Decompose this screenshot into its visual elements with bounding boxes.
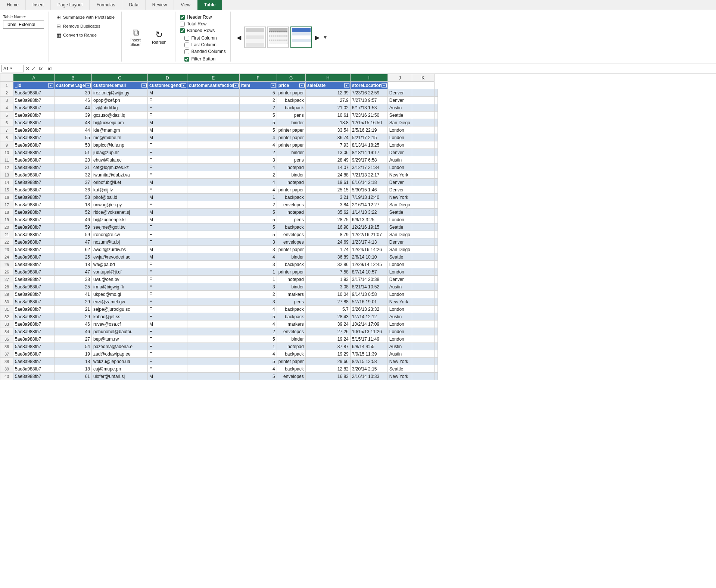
data-cell[interactable]: printer paper	[277, 268, 305, 276]
row-header-39[interactable]: 39	[0, 365, 13, 373]
filter-button-checkbox[interactable]: Filter Button	[184, 56, 216, 62]
ribbon-tab-insert[interactable]: Insert	[26, 0, 51, 10]
data-cell[interactable]: 5ae8a988fb7	[13, 179, 55, 186]
data-cell[interactable]: 8/2/15 12:58	[350, 358, 387, 365]
data-cell[interactable]: iwumita@dabzi.va	[92, 171, 148, 179]
data-cell[interactable]: 10.04	[305, 291, 350, 298]
data-cell[interactable]: Austin	[387, 104, 412, 112]
data-cell[interactable]: London	[387, 291, 412, 298]
data-cell[interactable]: Denver	[387, 89, 412, 97]
data-cell[interactable]	[187, 358, 239, 365]
ribbon-tab-view[interactable]: View	[174, 0, 197, 10]
data-cell[interactable]: 2	[239, 149, 277, 156]
data-cell[interactable]: 2	[239, 201, 277, 209]
data-cell[interactable]: 12/29/14 12:45	[350, 261, 387, 268]
data-cell[interactable]	[187, 238, 239, 246]
row-header-18[interactable]: 18	[0, 209, 13, 216]
data-cell[interactable]: binder	[277, 283, 305, 291]
data-cell[interactable]: 5ae8a988fb7	[13, 209, 55, 216]
data-cell[interactable]: nozum@tu.bj	[92, 238, 148, 246]
data-cell[interactable]: 3/17/14 20:38	[350, 276, 387, 283]
data-cell[interactable]: 5ae8a988fb7	[13, 320, 55, 328]
data-cell[interactable]	[187, 216, 239, 223]
data-cell[interactable]: 6/17/13 1:53	[350, 104, 387, 112]
data-cell[interactable]: 7/19/13 12:40	[350, 194, 387, 201]
data-cell[interactable]: F	[148, 149, 187, 156]
data-cell[interactable]: New York	[387, 373, 412, 380]
data-cell[interactable]: 5ae8a988fb7	[13, 343, 55, 350]
total-row-check[interactable]	[180, 22, 185, 26]
data-cell[interactable]: backpack	[277, 261, 305, 268]
data-cell[interactable]: F	[148, 141, 187, 149]
data-cell[interactable]: M	[148, 119, 187, 126]
data-cell[interactable]: 3	[239, 156, 277, 164]
data-cell[interactable]: London	[387, 328, 412, 335]
col-header-H[interactable]: H	[305, 74, 350, 82]
data-cell[interactable]: 36	[55, 186, 92, 194]
data-cell[interactable]: F	[148, 313, 187, 320]
data-cell[interactable]: ehuwi@ula.ec	[92, 156, 148, 164]
col-header-B[interactable]: B	[55, 74, 92, 82]
data-cell[interactable]	[187, 276, 239, 283]
data-cell[interactable]: Austin	[387, 350, 412, 358]
data-cell[interactable]: 37.87	[305, 343, 350, 350]
data-cell[interactable]: 12/2/16 19:15	[350, 223, 387, 231]
data-cell[interactable]: binder	[277, 149, 305, 156]
row-header-8[interactable]: 8	[0, 134, 13, 141]
data-cell[interactable]: M	[148, 209, 187, 216]
data-cell[interactable]: binder	[277, 119, 305, 126]
data-cell[interactable]: New York	[387, 171, 412, 179]
data-cell[interactable]: printer paper	[277, 141, 305, 149]
data-cell[interactable]: 3/26/13 23:32	[350, 306, 387, 313]
data-cell[interactable]: awdit@zurdiv.bs	[92, 246, 148, 253]
data-cell[interactable]	[187, 343, 239, 350]
data-cell[interactable]: 2	[239, 97, 277, 104]
dropdown-arrow-7[interactable]: ▼	[344, 83, 349, 87]
data-cell[interactable]: 8/21/14 10:52	[350, 283, 387, 291]
data-cell[interactable]: 16.83	[305, 373, 350, 380]
data-cell[interactable]	[187, 268, 239, 276]
data-cell[interactable]: 47	[55, 238, 92, 246]
row-header-19[interactable]: 19	[0, 216, 13, 223]
data-cell[interactable]: 5ae8a988fb7	[13, 298, 55, 306]
data-cell[interactable]: 1	[239, 194, 277, 201]
row-header-33[interactable]: 33	[0, 320, 13, 328]
row-header-31[interactable]: 31	[0, 306, 13, 313]
header-cell-price[interactable]: price▼	[277, 82, 305, 89]
data-cell[interactable]: 5ae8a988fb7	[13, 328, 55, 335]
data-cell[interactable]: 5ae8a988fb7	[13, 156, 55, 164]
data-cell[interactable]: 3.08	[305, 283, 350, 291]
col-header-E[interactable]: E	[187, 74, 239, 82]
data-cell[interactable]	[187, 261, 239, 268]
table-style-swatch-2[interactable]	[267, 26, 289, 48]
data-cell[interactable]: 2/16/14 12:27	[350, 201, 387, 209]
data-cell[interactable]: New York	[387, 358, 412, 365]
data-cell[interactable]: F	[148, 201, 187, 209]
formula-value[interactable]: _id	[46, 66, 715, 71]
data-cell[interactable]: Seattle	[387, 365, 412, 373]
ribbon-tab-review[interactable]: Review	[146, 0, 174, 10]
row-header-9[interactable]: 9	[0, 141, 13, 149]
data-cell[interactable]: printer paper	[277, 126, 305, 134]
data-cell[interactable]: 5	[239, 231, 277, 238]
data-cell[interactable]: 5	[239, 216, 277, 223]
data-cell[interactable]: 1/23/17 4:13	[350, 238, 387, 246]
data-cell[interactable]: notepad	[277, 209, 305, 216]
data-cell[interactable]: pirof@bal.id	[92, 194, 148, 201]
data-cell[interactable]: ukped@mo.gl	[92, 291, 148, 298]
data-cell[interactable]: 4	[239, 186, 277, 194]
data-cell[interactable]: 8.79	[305, 231, 350, 238]
data-cell[interactable]: 25	[55, 283, 92, 291]
data-cell[interactable]: F	[148, 171, 187, 179]
data-cell[interactable]: London	[387, 261, 412, 268]
header-cell-customer-email[interactable]: customer.email▼	[92, 82, 148, 89]
cell-ref-arrow[interactable]: ▼	[10, 67, 13, 70]
data-cell[interactable]	[187, 156, 239, 164]
data-cell[interactable]: 5ae8a988fb7	[13, 134, 55, 141]
row-header-40[interactable]: 40	[0, 373, 13, 380]
data-cell[interactable]: 32.86	[305, 261, 350, 268]
data-cell[interactable]: M	[148, 194, 187, 201]
data-cell[interactable]: San Diego	[387, 119, 412, 126]
data-cell[interactable]: London	[387, 141, 412, 149]
data-cell[interactable]: 33.54	[305, 126, 350, 134]
